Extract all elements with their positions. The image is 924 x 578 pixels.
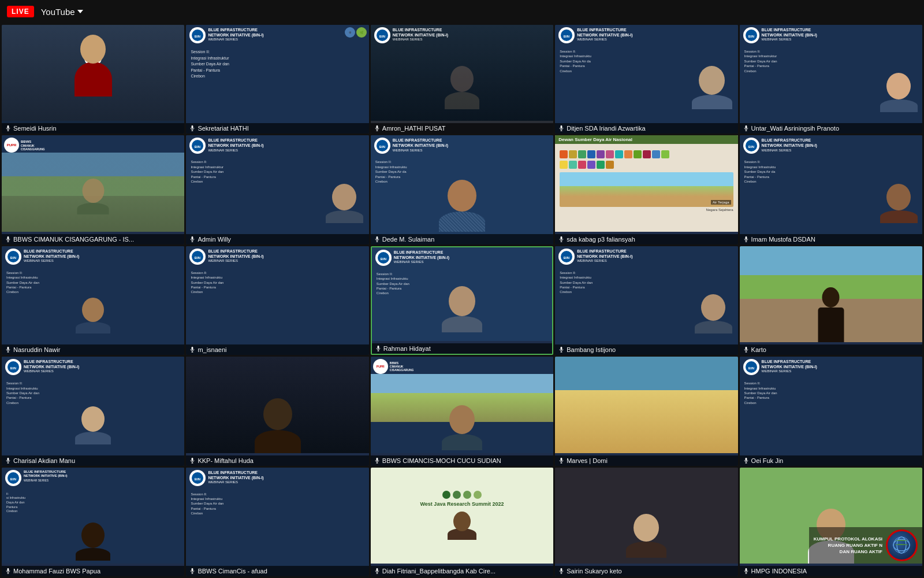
- participant-name-2: Sekretariat HATHI: [198, 125, 365, 132]
- name-bar-14: Bambang Istijono: [555, 344, 737, 355]
- participant-name-6: BBWS CIMANUK CISANGGARUNG - IS...: [13, 236, 181, 243]
- svg-text:BIN: BIN: [748, 366, 754, 370]
- name-bar-25: HMPG INDONESIA: [740, 566, 922, 576]
- svg-rect-58: [377, 346, 379, 349]
- participant-cell-7[interactable]: BIN BLUE INFRASTRUCTURE NETWORK INITIATI…: [186, 135, 368, 244]
- svg-rect-22: [745, 125, 747, 129]
- bin-logo-3: BIN: [374, 27, 390, 43]
- name-bar-15: Karto: [740, 344, 922, 355]
- live-badge: LIVE: [7, 6, 34, 17]
- svg-rect-98: [376, 568, 378, 572]
- name-bar-5: Untar_Wati Asriningsih Pranoto: [740, 123, 922, 134]
- svg-rect-104: [745, 568, 747, 572]
- svg-rect-43: [745, 236, 747, 240]
- svg-rect-12: [376, 125, 378, 129]
- svg-text:BIN: BIN: [381, 257, 386, 261]
- participant-name-21: Mohammad Fauzi BWS Papua: [13, 568, 181, 575]
- svg-rect-7: [192, 125, 193, 129]
- name-bar-7: Admin Willy: [186, 234, 368, 244]
- chevron-down-icon: [77, 10, 83, 13]
- svg-rect-95: [192, 568, 193, 572]
- svg-rect-74: [192, 458, 193, 461]
- participant-cell-23[interactable]: West Java Research Summit 2022 Diah Fitr…: [371, 468, 553, 576]
- participant-cell-24[interactable]: Sairin Sukaryo keto: [555, 468, 737, 576]
- participant-cell-8[interactable]: BIN BLUE INFRASTRUCTURE NETWORK INITIATI…: [371, 135, 553, 244]
- svg-rect-35: [376, 236, 378, 240]
- svg-text:BIN: BIN: [195, 477, 200, 481]
- svg-text:BIN: BIN: [564, 35, 569, 38]
- round-logo-icon: [886, 529, 918, 561]
- participant-name-9: sda kabag p3 faliansyah: [567, 236, 734, 243]
- participant-cell-18[interactable]: PUPR BBWS CIMANUK CISANGGARUNG BBWS CIMA…: [371, 357, 553, 465]
- svg-text:BIN: BIN: [195, 145, 200, 149]
- svg-rect-38: [561, 236, 562, 240]
- bin-header-2: BIN BLUE INFRASTRUCTURE NETWORK INITIATI…: [186, 25, 368, 46]
- participant-name-24: Sairin Sukaryo keto: [567, 568, 734, 575]
- svg-text:BIN: BIN: [10, 366, 16, 370]
- bin-logo-2: BIN: [189, 27, 206, 43]
- participant-cell-19[interactable]: Marves | Domi: [555, 357, 737, 465]
- svg-rect-48: [8, 347, 9, 350]
- name-bar-16: Charisal Akdian Manu: [2, 455, 184, 466]
- bin-header-4: BIN BLUE INFRASTRUCTURE NETWORK INITIATI…: [555, 25, 737, 46]
- participant-cell-13[interactable]: BIN BLUE INFRASTRUCTURE NETWORK INITIATI…: [371, 246, 553, 355]
- svg-rect-80: [561, 458, 562, 461]
- svg-text:BIN: BIN: [195, 256, 200, 260]
- participant-name-22: BBWS CimanCis - afuad: [198, 568, 365, 575]
- participant-cell-14[interactable]: BIN BLUE INFRASTRUCTURE NETWORK INITIATI…: [555, 246, 737, 355]
- participant-name-12: m_isnaeni: [198, 346, 365, 353]
- svg-rect-2: [8, 125, 9, 129]
- participant-name-19: Marves | Domi: [567, 457, 734, 464]
- participant-cell-3[interactable]: BIN BLUE INFRASTRUCTURE NETWORK INITIATI…: [371, 25, 553, 134]
- name-bar-4: Ditjen SDA Iriandi Azwartika: [555, 123, 737, 134]
- participant-name-1: Semeidi Husrin: [13, 125, 181, 132]
- bin-header-3: BIN BLUE INFRASTRUCTURE NETWORK INITIATI…: [371, 25, 553, 46]
- participant-cell-25[interactable]: HMPG INDONESIA KUMPUL PROTOKOL ALOKASI R…: [740, 468, 922, 576]
- participant-name-4: Ditjen SDA Iriandi Azwartika: [567, 125, 734, 132]
- name-bar-13: Rahman Hidayat: [372, 343, 552, 354]
- svg-text:BIN: BIN: [748, 145, 754, 149]
- name-bar-9: sda kabag p3 faliansyah: [555, 234, 737, 244]
- svg-text:BIN: BIN: [10, 256, 16, 260]
- participant-cell-16[interactable]: BIN BLUE INFRASTRUCTURE NETWORK INITIATI…: [2, 357, 184, 465]
- participant-cell-12[interactable]: BIN BLUE INFRASTRUCTURE NETWORK INITIATI…: [186, 246, 368, 355]
- name-bar-10: Imam Mustofa DSDAN: [740, 234, 922, 244]
- participant-cell-10[interactable]: BIN BLUE INFRASTRUCTURE NETWORK INITIATI…: [740, 135, 922, 244]
- participant-name-15: Karto: [751, 346, 919, 353]
- svg-rect-71: [8, 458, 9, 461]
- name-bar-23: Diah Fitriani_Bappelitbangda Kab Cire...: [371, 566, 553, 576]
- svg-text:BIN: BIN: [748, 35, 754, 38]
- participant-name-10: Imam Mustofa DSDAN: [751, 236, 919, 243]
- participant-name-23: Diah Fitriani_Bappelitbangda Kab Cire...: [382, 568, 550, 575]
- svg-rect-77: [376, 458, 378, 461]
- participant-name-16: Charisal Akdian Manu: [13, 457, 181, 464]
- svg-rect-101: [561, 568, 562, 572]
- svg-text:BIN: BIN: [379, 35, 385, 38]
- svg-rect-30: [192, 236, 193, 240]
- platform-selector[interactable]: YouTube: [41, 7, 83, 17]
- participant-cell-9[interactable]: Dewan Sumber Daya Air Nasional: [555, 135, 737, 244]
- participant-cell-4[interactable]: BIN BLUE INFRASTRUCTURE NETWORK INITIATI…: [555, 25, 737, 134]
- participant-cell-1[interactable]: Semeidi Husrin: [2, 25, 184, 134]
- participant-cell-11[interactable]: BIN BLUE INFRASTRUCTURE NETWORK INITIATI…: [2, 246, 184, 355]
- participant-cell-15[interactable]: Karto: [740, 246, 922, 355]
- svg-text:BIN: BIN: [195, 35, 200, 38]
- participant-cell-5[interactable]: BIN BLUE INFRASTRUCTURE NETWORK INITIATI…: [740, 25, 922, 134]
- svg-text:BIN: BIN: [564, 256, 569, 260]
- participant-name-18: BBWS CIMANCIS-MOCH CUCU SUDIAN: [382, 457, 550, 464]
- participant-name-11: Nasruddin Nawir: [13, 346, 181, 353]
- participant-cell-2[interactable]: BIN BLUE INFRASTRUCTURE NETWORK INITIATI…: [186, 25, 368, 134]
- participant-cell-20[interactable]: BIN BLUE INFRASTRUCTURE NETWORK INITIATI…: [740, 357, 922, 465]
- name-bar-12: m_isnaeni: [186, 344, 368, 355]
- participant-cell-17[interactable]: KKP- Miftahul Huda: [186, 357, 368, 465]
- participant-cell-6[interactable]: PUPR BBWS CIMANUK CISANGGARUNG BBWS CIMA…: [2, 135, 184, 244]
- participant-cell-21[interactable]: BIN BLUE INFRASTRUCTURE NETWORK INITIATI…: [2, 468, 184, 576]
- participant-name-7: Admin Willy: [198, 236, 365, 243]
- participant-name-8: Dede M. Sulaiman: [382, 236, 550, 243]
- participant-name-20: Oei Fuk Jin: [751, 457, 919, 464]
- mic-icon-3: [374, 125, 380, 131]
- svg-rect-17: [561, 125, 562, 129]
- participant-cell-22[interactable]: BIN BLUE INFRASTRUCTURE NETWORK INITIATI…: [186, 468, 368, 576]
- name-bar-11: Nasruddin Nawir: [2, 344, 184, 355]
- name-bar-20: Oei Fuk Jin: [740, 455, 922, 466]
